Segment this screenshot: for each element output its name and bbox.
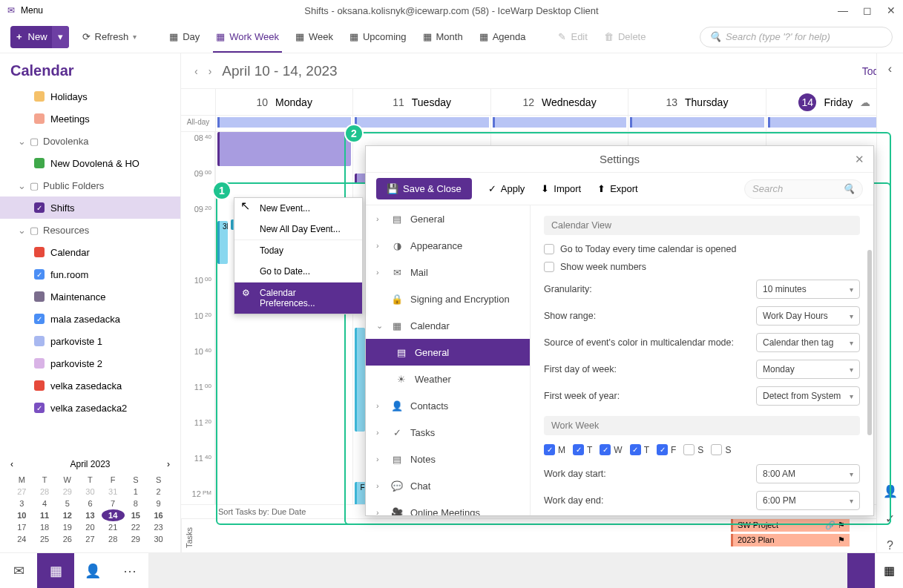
menu-button[interactable]: Menu (21, 5, 43, 16)
snav-cal-general[interactable]: ▤General (366, 339, 530, 366)
task-2023-plan[interactable]: 2023 Plan⚑ (731, 534, 850, 546)
sidebar-folder-resources[interactable]: ⌄▢Resources (0, 219, 180, 241)
snav-calendar[interactable]: ⌄▦Calendar (366, 312, 530, 339)
select-color-source[interactable]: Calendar then tag▾ (756, 333, 860, 352)
view-month[interactable]: ▦Month (420, 27, 466, 47)
export-button[interactable]: ⬆Export (597, 183, 638, 194)
settings-close[interactable]: ✕ (855, 153, 864, 166)
allday-event[interactable] (355, 117, 488, 128)
next-month[interactable]: › (167, 459, 170, 469)
edit-button[interactable]: ✎Edit (555, 27, 590, 47)
day-header-tue[interactable]: 11Tuesday (352, 89, 490, 115)
sidebar-item-park2[interactable]: parkoviste 2 (0, 352, 180, 374)
snav-chat[interactable]: ›💬Chat (366, 472, 530, 499)
mini-calendar[interactable]: ‹April 2023› MTWTFSS 272829303112 345678… (0, 452, 180, 552)
day-header-thu[interactable]: 13Thursday (628, 89, 765, 115)
next-week[interactable]: › (208, 65, 212, 77)
allday-event[interactable] (217, 117, 351, 128)
nav-mail[interactable]: ✉ (0, 553, 37, 588)
nav-more[interactable]: ⋯ (111, 553, 148, 588)
sidebar-item-velka[interactable]: velka zasedacka (0, 374, 180, 397)
search-input[interactable]: 🔍 Search (type '?' for help) (700, 27, 893, 47)
sidebar-item-meetings[interactable]: Meetings (0, 108, 180, 130)
select-work-start[interactable]: 8:00 AM▾ (756, 464, 860, 483)
view-week[interactable]: ▦Week (292, 27, 336, 47)
day-col-mon[interactable]: 3D (215, 132, 352, 504)
nav-calendar[interactable]: ▦ (37, 553, 74, 588)
snav-notes[interactable]: ›▤Notes (366, 446, 530, 472)
collapse-right-icon[interactable]: ‹ (888, 62, 892, 76)
sidebar-item-funroom[interactable]: ✓fun.room (0, 263, 180, 285)
select-work-end[interactable]: 6:00 PM▾ (756, 491, 860, 510)
sidebar-item-maintenance[interactable]: Maintenance (0, 285, 180, 308)
prev-month[interactable]: ‹ (10, 459, 13, 469)
people-icon[interactable]: 👤 (883, 484, 898, 498)
view-upcoming[interactable]: ▦Upcoming (347, 27, 410, 47)
day-s[interactable]: S (683, 444, 703, 455)
snav-weather[interactable]: ☀Weather (366, 366, 530, 392)
sidebar-item-new-dovolena[interactable]: New Dovolená & HO (0, 152, 180, 174)
select-first-woy[interactable]: Detect from System▾ (756, 386, 860, 406)
sidebar-item-park1[interactable]: parkoviste 1 (0, 330, 180, 352)
day-s2[interactable]: S (711, 444, 731, 455)
new-button[interactable]: + New ▾ (10, 26, 69, 48)
snav-online[interactable]: ›🎥Online Meetings (366, 499, 530, 515)
day-f[interactable]: ✓F (657, 444, 676, 455)
snav-tasks[interactable]: ›✓Tasks (366, 419, 530, 446)
sidebar-item-shifts[interactable]: ✓Shifts (0, 196, 180, 219)
view-work-week[interactable]: ▦Work Week (213, 27, 282, 53)
snav-appearance[interactable]: ›◑Appearance (366, 232, 530, 259)
minimize-button[interactable]: ― (838, 4, 848, 16)
snav-contacts[interactable]: ›👤Contacts (366, 392, 530, 419)
help-icon[interactable]: ? (887, 539, 893, 552)
refresh-button[interactable]: ⟳ Refresh ▾ (79, 27, 140, 47)
ctx-today[interactable]: Today (234, 240, 362, 261)
select-first-dow[interactable]: Monday▾ (756, 360, 860, 379)
ctx-calendar-preferences[interactable]: Calendar Preferences... (234, 283, 362, 314)
select-show-range[interactable]: Work Day Hours▾ (756, 306, 860, 326)
import-button[interactable]: ⬇Import (541, 183, 581, 194)
select-granularity[interactable]: 10 minutes▾ (756, 280, 860, 299)
sidebar-folder-public[interactable]: ⌄▢Public Folders (0, 174, 180, 196)
check-icon[interactable]: ✓ (885, 512, 895, 526)
ctx-new-event[interactable]: New Event... (234, 198, 362, 219)
event-block[interactable] (355, 328, 365, 432)
nav-contacts[interactable]: 👤 (74, 553, 111, 588)
task-sw-project[interactable]: SW Project🔗 ⚑ (731, 519, 850, 532)
day-header-mon[interactable]: 10Monday (215, 89, 352, 115)
ctx-new-allday[interactable]: New All Day Event... (234, 219, 362, 240)
view-day[interactable]: ▦Day (166, 27, 203, 47)
tasks-tab[interactable]: Tasks (181, 519, 197, 552)
scrollbar[interactable] (867, 250, 872, 435)
snav-signing[interactable]: 🔒Signing and Encryption (366, 285, 530, 312)
prev-week[interactable]: ‹ (194, 65, 198, 77)
sidebar-item-calendar[interactable]: Calendar (0, 241, 180, 263)
ctx-goto-date[interactable]: Go to Date... (234, 261, 362, 282)
nav-mini-cal[interactable]: ▦ (875, 553, 903, 588)
close-button[interactable]: ✕ (887, 4, 896, 16)
event-block[interactable]: 3D (217, 221, 228, 264)
view-agenda[interactable]: ▦Agenda (476, 27, 529, 47)
sidebar-item-holidays[interactable]: Holidays (0, 85, 180, 108)
opt-goto-today[interactable]: Go to Today every time calendar is opene… (544, 244, 860, 254)
save-close-button[interactable]: 💾Save & Close (376, 178, 472, 199)
snav-general[interactable]: ›▤General (366, 205, 530, 232)
apply-button[interactable]: ✓Apply (488, 183, 525, 194)
day-header-wed[interactable]: 12Wednesday (490, 89, 628, 115)
sidebar-item-velka2[interactable]: ✓velka zasedacka2 (0, 397, 180, 419)
allday-event[interactable] (630, 117, 764, 128)
event-block[interactable] (217, 132, 351, 166)
sidebar-folder-dovolenka[interactable]: ⌄▢Dovolenka (0, 130, 180, 152)
day-t[interactable]: ✓T (573, 444, 592, 455)
day-w[interactable]: ✓W (600, 444, 622, 455)
snav-mail[interactable]: ›✉Mail (366, 259, 530, 285)
day-m[interactable]: ✓M (544, 444, 565, 455)
delete-button[interactable]: 🗑Delete (601, 27, 649, 47)
maximize-button[interactable]: ◻ (863, 4, 872, 16)
day-t2[interactable]: ✓T (630, 444, 649, 455)
opt-show-week-numbers[interactable]: Show week numbers (544, 262, 860, 272)
new-dropdown[interactable]: ▾ (52, 26, 69, 48)
settings-search[interactable]: Search🔍 (744, 179, 863, 199)
sidebar-item-mala[interactable]: ✓mala zasedacka (0, 308, 180, 330)
nav-right-panel[interactable] (847, 553, 875, 588)
